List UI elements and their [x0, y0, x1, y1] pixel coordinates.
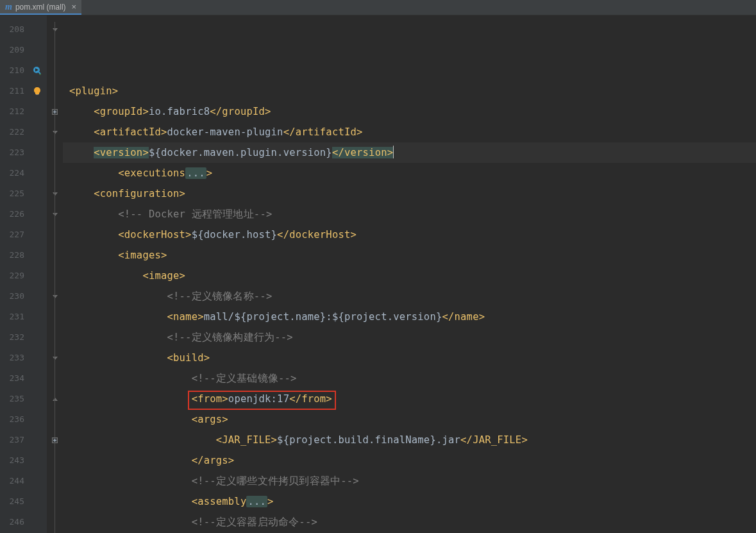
line-number: 223	[0, 142, 28, 163]
gutter-spacer	[28, 491, 46, 512]
code-line[interactable]: <args>	[63, 409, 756, 430]
tab-title: pom.xml (mall)	[15, 3, 66, 12]
gutter-spacer	[28, 450, 46, 471]
line-number: 246	[0, 512, 28, 532]
line-number: 243	[0, 450, 28, 471]
line-number: 235	[0, 389, 28, 409]
fold-column	[46, 15, 63, 533]
line-number: 234	[0, 368, 28, 389]
line-number: 226	[0, 204, 28, 224]
code-line[interactable]: </args>	[63, 450, 756, 471]
code-line[interactable]: <groupId>io.fabric8</groupId>	[63, 101, 756, 122]
gutter-spacer	[28, 266, 46, 286]
code-line[interactable]: <build>	[63, 348, 756, 368]
intention-bulb-icon[interactable]	[28, 81, 46, 101]
line-number: 212	[0, 101, 28, 122]
code-line[interactable]: <from>openjdk:17</from>	[63, 389, 756, 409]
code-line[interactable]: <!--定义容器启动命令-->	[63, 512, 756, 532]
line-number: 227	[0, 224, 28, 245]
editor-tab[interactable]: m pom.xml (mall) ×	[0, 0, 81, 15]
code-line[interactable]: <version>${docker.maven.plugin.version}<…	[63, 142, 756, 163]
line-number: 210	[0, 60, 28, 81]
code-line[interactable]: <!--定义镜像构建行为-->	[63, 327, 756, 348]
line-number: 236	[0, 409, 28, 430]
run-gutter-icon[interactable]	[28, 60, 46, 81]
line-number-gutter: 2082092102112122222232242252262272282292…	[0, 15, 28, 533]
code-line[interactable]: <dockerHost>${docker.host}</dockerHost>	[63, 224, 756, 245]
line-number: 211	[0, 81, 28, 101]
gutter-spacer	[28, 101, 46, 122]
gutter-spacer	[28, 245, 46, 266]
line-number: 209	[0, 40, 28, 60]
code-line[interactable]: <JAR_FILE>${project.build.finalName}.jar…	[63, 430, 756, 450]
code-area[interactable]: <plugin> <groupId>io.fabric8</groupId> <…	[63, 15, 756, 533]
code-line[interactable]: <images>	[63, 245, 756, 266]
gutter-spacer	[28, 307, 46, 327]
code-line[interactable]: <plugin>	[63, 81, 756, 101]
editor: 2082092102112122222232242252262272282292…	[0, 15, 756, 533]
gutter-spacer	[28, 327, 46, 348]
line-number: 225	[0, 183, 28, 204]
code-line[interactable]: <!-- Docker 远程管理地址-->	[63, 204, 756, 224]
svg-rect-1	[36, 94, 38, 95]
code-line[interactable]: <image>	[63, 266, 756, 286]
code-line[interactable]: <assembly...>	[63, 491, 756, 512]
line-number: 224	[0, 163, 28, 183]
close-icon[interactable]: ×	[72, 3, 77, 11]
line-number: 229	[0, 266, 28, 286]
code-line[interactable]: <configuration>	[63, 183, 756, 204]
gutter-spacer	[28, 512, 46, 532]
text-caret	[393, 146, 394, 158]
line-number: 245	[0, 491, 28, 512]
line-number: 228	[0, 245, 28, 266]
gutter-spacer	[28, 430, 46, 450]
gutter-spacer	[28, 389, 46, 409]
gutter-spacer	[28, 368, 46, 389]
code-line[interactable]: <!--定义镜像名称-->	[63, 286, 756, 307]
line-number: 232	[0, 327, 28, 348]
maven-icon: m	[5, 2, 12, 12]
gutter-spacer	[28, 348, 46, 368]
line-number: 231	[0, 307, 28, 327]
line-number: 208	[0, 19, 28, 40]
gutter-spacer	[28, 122, 46, 142]
gutter-spacer	[28, 471, 46, 491]
gutter-spacer	[28, 224, 46, 245]
code-line[interactable]: <!--定义哪些文件拷贝到容器中-->	[63, 471, 756, 491]
line-number: 233	[0, 348, 28, 368]
gutter-spacer	[28, 409, 46, 430]
gutter-spacer	[28, 40, 46, 60]
code-line[interactable]: <artifactId>docker-maven-plugin</artifac…	[63, 122, 756, 142]
line-number: 244	[0, 471, 28, 491]
gutter-spacer	[28, 286, 46, 307]
line-number: 230	[0, 286, 28, 307]
line-number: 237	[0, 430, 28, 450]
gutter-spacer	[28, 19, 46, 40]
gutter-spacer	[28, 142, 46, 163]
code-line[interactable]: <executions...>	[63, 163, 756, 183]
gutter-annotations	[28, 15, 46, 533]
gutter-spacer	[28, 204, 46, 224]
tab-bar: m pom.xml (mall) ×	[0, 0, 756, 15]
code-line[interactable]: <!--定义基础镜像-->	[63, 368, 756, 389]
gutter-spacer	[28, 183, 46, 204]
line-number: 222	[0, 122, 28, 142]
code-line[interactable]: <name>mall/${project.name}:${project.ver…	[63, 307, 756, 327]
gutter-spacer	[28, 163, 46, 183]
